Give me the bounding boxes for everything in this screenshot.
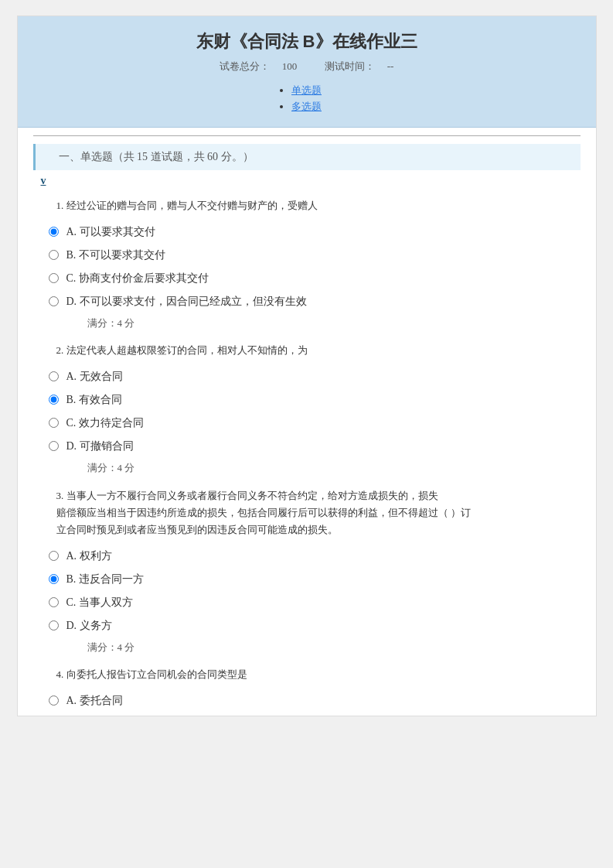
question-1-label-a: A. 可以要求其交付: [66, 225, 155, 239]
total-score-value: 100: [282, 60, 298, 72]
question-3-option-a[interactable]: A. 权利方: [41, 545, 573, 568]
question-1-radio-a[interactable]: [49, 227, 59, 237]
question-1-label-b: B. 不可以要求其交付: [66, 248, 165, 262]
question-3-radio-a[interactable]: [49, 551, 59, 561]
question-1-label-c: C. 协商支付价金后要求其交付: [66, 272, 209, 285]
table-of-contents: 单选题 多选题: [33, 81, 581, 116]
question-1-label-d: D. 不可以要求支付，因合同已经成立，但没有生效: [66, 295, 307, 309]
header-divider: [33, 135, 581, 136]
question-2-label-b: B. 有效合同: [66, 393, 122, 407]
question-4-radio-a[interactable]: [49, 695, 59, 706]
section-v-label: v: [18, 173, 596, 192]
question-2-text: 2. 法定代表人超越权限签订的合同，相对人不知情的，为: [41, 343, 573, 359]
question-3-label-b: B. 违反合同一方: [66, 572, 144, 586]
question-3-radio-c[interactable]: [49, 597, 59, 607]
time-value: --: [387, 60, 394, 72]
question-2-option-b[interactable]: B. 有效合同: [41, 388, 573, 412]
toc-link-multi[interactable]: 多选题: [291, 101, 322, 112]
time-label: 测试时间：: [325, 60, 375, 72]
section1-header: 一、单选题（共 15 道试题，共 60 分。）: [33, 144, 581, 170]
question-3-score: 满分：4 分: [41, 637, 573, 658]
question-4-label-a: A. 委托合同: [66, 694, 123, 708]
question-4-option-a[interactable]: A. 委托合同: [41, 689, 573, 713]
toc-item-multi[interactable]: 多选题: [291, 100, 322, 114]
question-3-text: 3. 当事人一方不履行合同义务或者履行合同义务不符合约定，给对方造成损失的，损失…: [41, 487, 573, 538]
question-2-label-d: D. 可撤销合同: [66, 439, 134, 453]
total-score-label: 试卷总分：: [220, 60, 270, 72]
question-2-score: 满分：4 分: [41, 458, 573, 478]
question-1-radio-c[interactable]: [49, 273, 59, 283]
question-2-label-a: A. 无效合同: [66, 370, 123, 384]
question-3-option-c[interactable]: C. 当事人双方: [41, 591, 573, 614]
question-1-option-a[interactable]: A. 可以要求其交付: [41, 220, 573, 244]
question-2-option-a[interactable]: A. 无效合同: [41, 365, 573, 388]
question-3-radio-b[interactable]: [49, 574, 59, 584]
question-1-option-c[interactable]: C. 协商支付价金后要求其交付: [41, 267, 573, 290]
question-3-option-d[interactable]: D. 义务方: [41, 614, 573, 637]
question-4: 4. 向委托人报告订立合同机会的合同类型是 A. 委托合同: [18, 661, 596, 716]
question-4-text: 4. 向委托人报告订立合同机会的合同类型是: [41, 667, 573, 683]
question-1: 1. 经过公证的赠与合同，赠与人不交付赠与财产的，受赠人 A. 可以要求其交付 …: [18, 192, 596, 337]
question-1-radio-d[interactable]: [49, 296, 59, 306]
question-3-label-c: C. 当事人双方: [66, 596, 133, 610]
question-1-option-b[interactable]: B. 不可以要求其交付: [41, 244, 573, 267]
question-3: 3. 当事人一方不履行合同义务或者履行合同义务不符合约定，给对方造成损失的，损失…: [18, 481, 596, 661]
question-3-label-d: D. 义务方: [66, 619, 112, 633]
question-2-label-c: C. 效力待定合同: [66, 416, 144, 430]
question-1-option-d[interactable]: D. 不可以要求支付，因合同已经成立，但没有生效: [41, 290, 573, 313]
question-2-option-c[interactable]: C. 效力待定合同: [41, 412, 573, 435]
question-2-radio-c[interactable]: [49, 418, 59, 428]
question-2-radio-a[interactable]: [49, 371, 59, 381]
question-2-option-d[interactable]: D. 可撤销合同: [41, 435, 573, 458]
question-1-radio-b[interactable]: [49, 250, 59, 260]
question-2-radio-d[interactable]: [49, 441, 59, 451]
question-2: 2. 法定代表人超越权限签订的合同，相对人不知情的，为 A. 无效合同 B. 有…: [18, 337, 596, 481]
question-1-score: 满分：4 分: [41, 313, 573, 333]
question-3-radio-d[interactable]: [49, 620, 59, 630]
main-page: 东财《合同法 B》在线作业三 试卷总分：100 测试时间：-- 单选题 多选题 …: [17, 15, 597, 716]
page-header: 东财《合同法 B》在线作业三 试卷总分：100 测试时间：-- 单选题 多选题: [18, 16, 596, 128]
question-3-option-b[interactable]: B. 违反合同一方: [41, 568, 573, 591]
toc-link-single[interactable]: 单选题: [291, 84, 322, 96]
page-title: 东财《合同法 B》在线作业三: [33, 30, 581, 53]
question-2-radio-b[interactable]: [49, 395, 59, 405]
toc-item-single[interactable]: 单选题: [291, 84, 322, 97]
question-1-text: 1. 经过公证的赠与合同，赠与人不交付赠与财产的，受赠人: [41, 198, 573, 214]
meta-info: 试卷总分：100 测试时间：--: [33, 60, 581, 73]
question-3-label-a: A. 权利方: [66, 549, 112, 563]
